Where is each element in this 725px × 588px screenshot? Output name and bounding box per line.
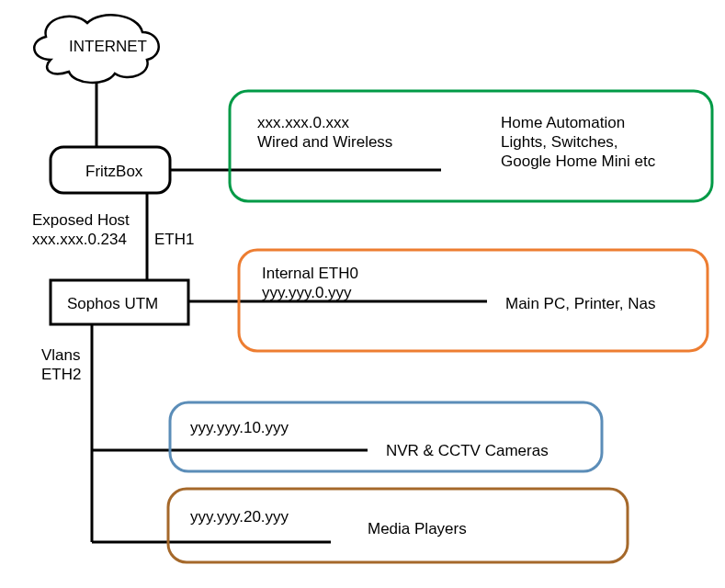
green-desc-line1: Home Automation: [501, 113, 625, 132]
green-desc-line2: Lights, Switches,: [501, 132, 618, 152]
eth1-label: ETH1: [154, 230, 194, 249]
green-subnet-line1: xxx.xxx.0.xxx: [257, 113, 349, 132]
orange-subnet-line2: yyy.yyy.0.yyy: [262, 283, 352, 302]
orange-subnet-line1: Internal ETH0: [262, 264, 358, 283]
green-subnet-line2: Wired and Wireless: [257, 132, 392, 152]
fritzbox-label: FritzBox: [85, 162, 142, 181]
green-desc-line3: Google Home Mini etc: [501, 152, 655, 171]
exposed-host-line1: Exposed Host: [32, 210, 130, 230]
blue-subnet: yyy.yyy.10.yyy: [190, 418, 289, 437]
sophos-label: Sophos UTM: [67, 294, 158, 313]
vlans-line1: Vlans: [41, 345, 81, 365]
internet-label: INTERNET: [69, 37, 147, 56]
blue-desc: NVR & CCTV Cameras: [386, 441, 549, 460]
exposed-host-line2: xxx.xxx.0.234: [32, 230, 127, 249]
brown-subnet: yyy.yyy.20.yyy: [190, 507, 289, 526]
brown-desc: Media Players: [368, 519, 467, 538]
vlans-line2: ETH2: [41, 365, 81, 384]
orange-desc: Main PC, Printer, Nas: [505, 294, 655, 313]
